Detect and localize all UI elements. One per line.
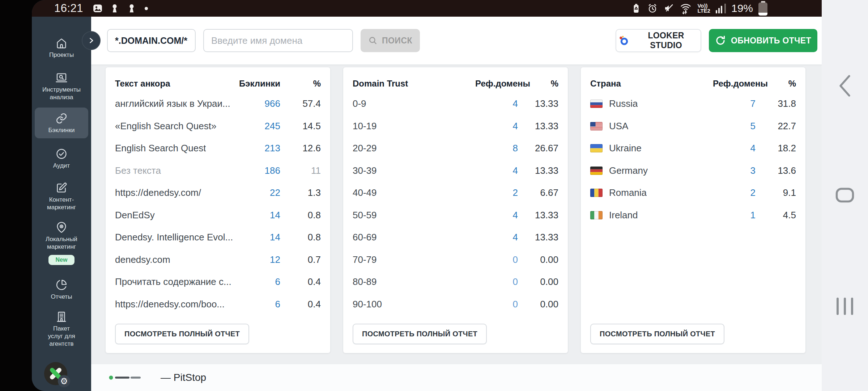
- table-header: Текст анкора Бэклинки %: [115, 75, 321, 93]
- row-label: «English Search Quest»: [115, 121, 216, 132]
- table-row: 40-49 2 6.67: [353, 182, 558, 204]
- domain-filter-dropdown[interactable]: *.DOMAIN.COM/*: [107, 29, 196, 52]
- card-title: Domain Trust: [353, 79, 475, 89]
- link-icon: [55, 112, 68, 125]
- row-value-link[interactable]: 4: [475, 232, 518, 243]
- home-button[interactable]: [835, 188, 854, 204]
- column-header-percent: %: [756, 79, 796, 89]
- pin-icon: [55, 221, 68, 234]
- row-value-link[interactable]: 3: [713, 165, 756, 176]
- table-row: Germany 3 13.6: [590, 160, 796, 182]
- row-value-link[interactable]: 0: [475, 254, 518, 265]
- table-row: Ireland 1 4.5: [590, 204, 796, 227]
- sidebar-expand-button[interactable]: [82, 31, 101, 50]
- notification-dot-icon: [145, 7, 148, 10]
- row-value-link[interactable]: 0: [475, 276, 518, 287]
- sidebar-item-projects[interactable]: Проекты: [35, 37, 88, 59]
- row-percent: 0.00: [518, 276, 558, 287]
- romania-flag-icon: [590, 189, 603, 197]
- row-value-link[interactable]: 4: [475, 210, 518, 221]
- row-value-link[interactable]: 1: [713, 210, 756, 221]
- table-row: 30-39 4 13.33: [353, 160, 558, 182]
- sidebar-item-audit[interactable]: Аудит: [35, 148, 88, 169]
- row-percent: 0.4: [280, 299, 321, 310]
- row-percent: 13.33: [518, 121, 558, 132]
- russia-flag-icon: [590, 100, 603, 108]
- view-full-report-button[interactable]: ПОСМОТРЕТЬ ПОЛНЫЙ ОТЧЕТ: [353, 324, 487, 344]
- sidebar-item-backlinks[interactable]: Бэклинки: [35, 108, 88, 138]
- row-percent: 22.7: [756, 121, 796, 132]
- row-value-link[interactable]: 12: [238, 254, 280, 265]
- sidebar-item-analysis-tools[interactable]: Инструменты анализа: [35, 72, 88, 101]
- row-label: https://denedsy.com/: [115, 187, 201, 198]
- sidebar-item-label: Аудит: [53, 162, 70, 169]
- android-nav-rail: [822, 0, 868, 391]
- refresh-report-button[interactable]: ОБНОВИТЬ ОТЧЕТ: [709, 29, 817, 52]
- row-value-link[interactable]: 2: [475, 187, 518, 198]
- row-value-link[interactable]: 5: [713, 121, 756, 132]
- row-value-link[interactable]: 0: [475, 299, 518, 310]
- row-value-link[interactable]: 14: [238, 232, 280, 243]
- row-value-link[interactable]: 2: [713, 187, 756, 198]
- table-row: 60-69 4 13.33: [353, 226, 558, 249]
- row-value-link[interactable]: 22: [238, 187, 280, 198]
- row-percent: 0.00: [518, 254, 558, 265]
- table-row: Russia 7 31.8: [590, 93, 796, 115]
- table-row: английский язык в Украи... 966 57.4: [115, 93, 321, 115]
- app-window: 16:21 Vo))LTE2: [32, 0, 822, 391]
- row-label: Без текста: [115, 165, 161, 176]
- row-label: Ukraine: [609, 143, 642, 154]
- row-value-link[interactable]: 14: [238, 210, 280, 221]
- mute-icon: [663, 3, 674, 14]
- row-label: Denedsy. Intelligence Evol...: [115, 232, 233, 243]
- row-percent: 13.33: [518, 165, 558, 176]
- row-value-link[interactable]: 8: [475, 143, 518, 154]
- row-value-link[interactable]: 7: [713, 98, 756, 109]
- sidebar-item-local-marketing[interactable]: Локальный маркетинг New: [35, 221, 88, 265]
- sidebar-item-label: Бэклинки: [48, 126, 75, 134]
- search-icon: [368, 36, 378, 45]
- row-percent: 0.4: [280, 276, 321, 287]
- row-percent: 11: [280, 165, 321, 176]
- report-board: Текст анкора Бэклинки % английский язык …: [91, 64, 822, 364]
- sidebar-item-label: Проекты: [49, 51, 74, 59]
- row-value-link[interactable]: 245: [238, 121, 280, 132]
- row-value-link[interactable]: 6: [238, 276, 280, 287]
- table-header: Страна Реф.домены %: [590, 75, 796, 93]
- home-icon: [55, 37, 68, 49]
- card-title: Страна: [590, 79, 713, 89]
- table-header: Domain Trust Реф.домены %: [353, 75, 558, 93]
- row-percent: 4.5: [756, 210, 796, 221]
- table-row: 20-29 8 26.67: [353, 137, 558, 160]
- floating-app-bubble[interactable]: ⚙: [44, 362, 67, 385]
- view-full-report-button[interactable]: ПОСМОТРЕТЬ ПОЛНЫЙ ОТЧЕТ: [115, 324, 249, 344]
- report-card: Domain Trust Реф.домены % 0-9 4 13.33 10…: [343, 67, 568, 353]
- row-value-link[interactable]: 4: [475, 98, 518, 109]
- search-button[interactable]: ПОИСК: [361, 29, 420, 52]
- row-value-link[interactable]: 4: [475, 121, 518, 132]
- volte-indicator: Vo))LTE2: [697, 3, 710, 13]
- row-value-link[interactable]: 966: [238, 98, 280, 109]
- gear-icon[interactable]: ⚙: [58, 375, 70, 387]
- domain-search-input[interactable]: [203, 29, 353, 52]
- row-percent: 0.00: [518, 299, 558, 310]
- row-value-link[interactable]: 186: [238, 165, 280, 176]
- view-full-report-button[interactable]: ПОСМОТРЕТЬ ПОЛНЫЙ ОТЧЕТ: [590, 324, 724, 344]
- sidebar-item-reports[interactable]: Отчеты: [35, 279, 88, 300]
- building-icon: [55, 311, 68, 323]
- recents-button[interactable]: [837, 298, 853, 315]
- row-value-link[interactable]: 213: [238, 143, 280, 154]
- table-row: Denedsy. Intelligence Evol... 14 0.8: [115, 226, 321, 249]
- row-value-link[interactable]: 6: [238, 299, 280, 310]
- row-percent: 13.33: [518, 210, 558, 221]
- row-label: 20-29: [353, 143, 377, 154]
- sidebar-item-content-marketing[interactable]: Контент- маркетинг: [35, 182, 88, 211]
- row-percent: 1.3: [280, 187, 321, 198]
- row-value-link[interactable]: 4: [475, 165, 518, 176]
- row-percent: 57.4: [280, 98, 321, 109]
- back-button[interactable]: [838, 74, 852, 99]
- row-percent: 0.7: [280, 254, 321, 265]
- looker-studio-button[interactable]: LOOKER STUDIO: [616, 29, 701, 52]
- sidebar-item-agency-package[interactable]: Пакет услуг для агентств: [35, 311, 88, 348]
- row-value-link[interactable]: 4: [713, 143, 756, 154]
